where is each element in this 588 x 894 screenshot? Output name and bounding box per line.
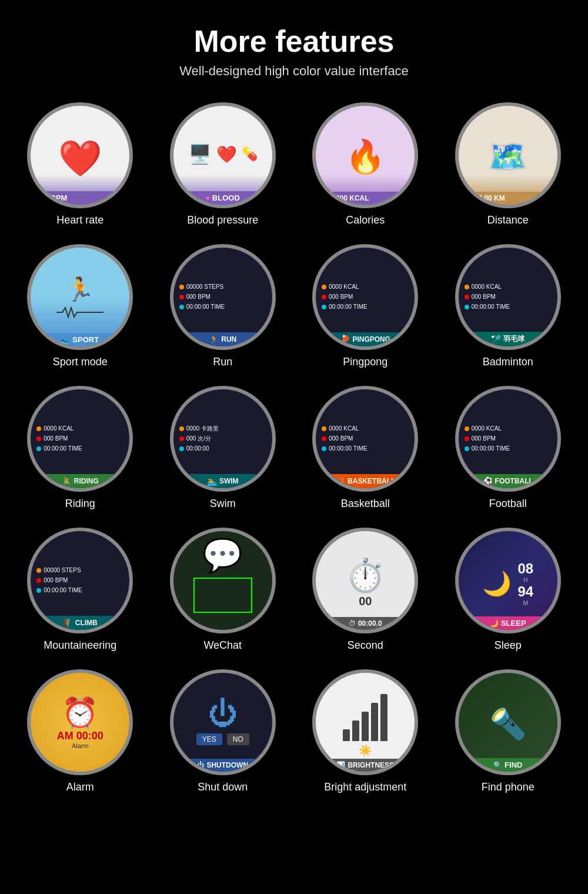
bm-bpm-dot [465,295,469,299]
heart-icon: ❤️ [58,138,102,179]
feature-shutdown: ⏻ YES NO ⏻ SHUTDOWN Shut down [155,669,292,793]
watch-face-sport: 🏃 👟 SPORT [27,244,133,350]
riding-stats: 0000 KCAL 000 BPM 00:00:00 TIME [31,418,129,460]
feature-find-phone: 🔦 🔍 FIND Find phone [440,669,577,793]
dist-bar: 👤 00.00 KM [459,192,557,205]
sleep-h-label: H [523,577,527,583]
feature-label-football: Football [489,498,527,510]
feature-label-swim: Swim [210,498,236,510]
bp-bar: ♥ BLOOD [173,191,272,205]
features-grid: ❤️ 000 BPM Heart rate 🖥️ ❤️ 💊 ♥ BLOOD Bl… [12,102,576,793]
rd-kcal-dot [36,426,41,431]
feature-sleep: 🌙 08 H 94 M 🌙 SLEEP Sleep [440,528,577,652]
swim-label: SWIM [219,477,239,485]
feature-label-distance: Distance [487,214,529,226]
basketball-stats: 0000 KCAL 000 BPM 00:00:00 TIME [316,418,415,460]
timer-bar: ⏱ 00:00.0 [316,617,415,630]
sleep-m-label: M [523,600,528,606]
bb-bpm-dot [322,436,326,441]
bb-time: 00:00:00 TIME [329,444,367,453]
brightness-bar-1 [343,729,350,741]
steps-dot [179,285,184,289]
run-icon: 🏃 [209,335,219,344]
brightness-bar-5 [380,694,387,741]
watch-face-football: 0000 KCAL 000 BPM 00:00:00 TIME ⚽ FOOTBA… [455,386,561,492]
bp-heart-icon: ♥ [206,194,210,202]
feature-swim: 0000 卡路里 000 次/分 00:00:00 🏊 SWIM Swim [155,386,292,510]
feature-mountaineering: 00000 STEPS 000 BPM 00:00:00 TIME 🧗 CLIM… [12,528,149,652]
alarm-text-label: Alarm [72,742,89,749]
swim-bar: 🏊 SWIM [173,474,272,488]
cl-time: 00:00:00 TIME [44,586,82,595]
fb-time: 00:00:00 TIME [472,444,510,453]
bm-bpm: 000 BPM [472,292,496,302]
feature-distance: 🗺️ 👤 00.00 KM Distance [440,102,577,226]
run-bar: 🏃 RUN [173,332,272,346]
brightness-bar: 📊 BRIGHTNESS [316,759,415,772]
climb-icon: 🧗 [63,618,73,628]
pp-kcal-dot [322,285,326,289]
runner-icon: 🏃 [65,276,95,303]
fb-time-dot [465,446,469,451]
page-subtitle: Well-designed high color value interface [12,64,576,79]
watch-face-second: ⏱️ 00 ⏱ 00:00.0 [312,528,418,633]
feature-label-basketball: Basketball [341,498,390,510]
yes-button[interactable]: YES [196,733,222,745]
basketball-label: BASKETBALL [348,477,395,485]
feature-label-heart-rate: Heart rate [56,214,103,226]
cl-steps-dot [36,568,41,573]
pingpong-label: PINGPONG [352,335,390,343]
run-stats: 00000 STEPS 000 BPM 00:00:00 TIME [173,276,272,318]
fb-bpm-dot [465,436,469,441]
feature-label-blood: Blood pressure [187,214,258,226]
pp-time-dot [322,305,326,309]
sleep-label: SLEEP [501,619,526,628]
feature-football: 0000 KCAL 000 BPM 00:00:00 TIME ⚽ FOOTBA… [440,386,577,510]
climb-stats: 00000 STEPS 000 BPM 00:00:00 TIME [31,559,129,602]
fb-bpm: 000 BPM [472,434,496,443]
bm-kcal-dot [465,285,469,289]
feature-basketball: 0000 KCAL 000 BPM 00:00:00 TIME 🏀 BASKET… [297,386,434,510]
football-bar: ⚽ FOOTBALL [459,474,557,488]
sun-icon: ☀️ [359,744,372,757]
badminton-icon: 🏸 [491,335,501,344]
feature-blood-pressure: 🖥️ ❤️ 💊 ♥ BLOOD Blood pressure [155,102,292,226]
feature-label-pingpong: Pingpong [343,356,387,368]
watch-face-heart-rate: ❤️ 000 BPM [27,102,133,208]
no-button[interactable]: NO [227,733,249,745]
football-icon: ⚽ [483,476,493,486]
wechat-icon: 💬 [202,536,243,575]
brightness-icon: 📊 [336,761,345,769]
watch-face-pingpong: 0000 KCAL 000 BPM 00:00:00 TIME 🏓 PINGPO… [312,244,418,350]
cl-bpm: 000 BPM [44,576,68,585]
clock-icon-second: ⏱ [349,619,356,628]
sport-shoe-icon: 👟 [61,336,70,344]
shutdown-power-icon: ⏻ [197,761,204,769]
bm-time-dot [465,305,469,309]
sport-bar: 👟 SPORT [31,333,129,346]
sleep-bar: 🌙 SLEEP [459,616,557,630]
watch-face-badminton: 0000 KCAL 000 BPM 00:00:00 TIME 🏸 羽毛球 [455,244,561,350]
badminton-stats: 0000 KCAL 000 BPM 00:00:00 TIME [459,276,557,318]
feature-brightness: ☀️ 📊 BRIGHTNESS Bright adjustment [297,669,434,793]
timer-value: 00:00.0 [358,619,382,628]
bp-monitor-icon: 🖥️ [188,143,212,165]
basketball-bar: 🏀 BASKETBALL [316,474,415,488]
feature-label-alarm: Alarm [66,781,94,793]
bpm-value: 000 BPM [35,194,67,202]
watch-face-swim: 0000 卡路里 000 次/分 00:00:00 🏊 SWIM [170,386,276,492]
fb-kcal: 0000 KCAL [472,424,502,433]
find-label: FIND [505,760,522,769]
feature-second: ⏱️ 00 ⏱ 00:00.0 Second [297,528,434,652]
person-icon: 👤 [463,194,472,202]
cl-steps: 00000 STEPS [44,566,81,575]
watch-face-riding: 0000 KCAL 000 BPM 00:00:00 TIME 🚴 RIDING [27,386,133,492]
pp-bpm-dot [322,295,326,299]
feature-label-second: Second [348,639,383,652]
brightness-bar-2 [352,720,359,741]
cal-bar: 🔥 0000 KCAL [316,192,415,205]
alarm-time: AM 00:00 [57,730,103,742]
dist-value: 00.00 KM [475,194,505,202]
rd-time: 00:00:00 TIME [44,444,82,453]
feature-heart-rate: ❤️ 000 BPM Heart rate [12,102,149,226]
